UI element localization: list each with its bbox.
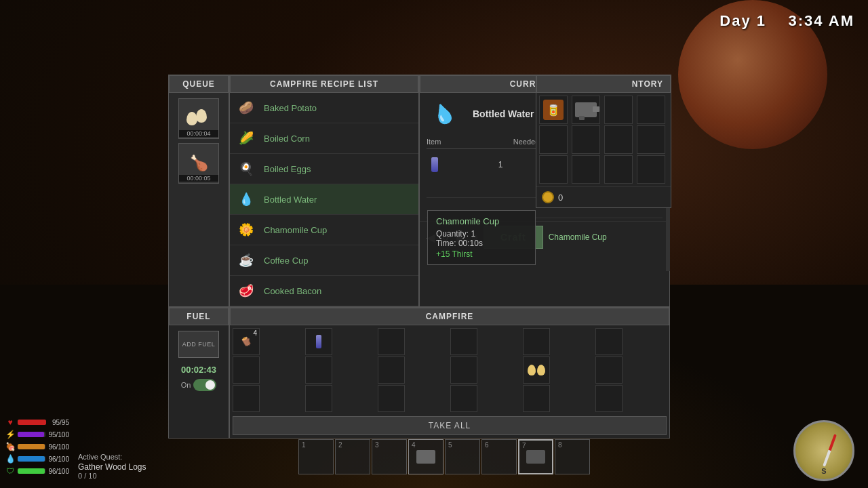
inv-slot-0[interactable]: 🥫 xyxy=(539,96,568,124)
inventory-grid: 🥫 xyxy=(536,93,671,186)
stamina-value: 95/100 xyxy=(48,431,69,439)
fuel-toggle: On xyxy=(181,379,217,391)
recipe-item-bottled-water[interactable]: 💧 Bottled Water xyxy=(230,184,418,215)
inv-slot-2[interactable] xyxy=(604,96,633,124)
hotbar-slot-3[interactable]: 3 xyxy=(372,439,407,474)
twig-icon: 🪵 xyxy=(239,335,253,348)
campfire-slot-9[interactable] xyxy=(450,357,477,384)
hotbar-slot-2[interactable]: 2 xyxy=(335,439,370,474)
inv-slot-8[interactable] xyxy=(539,155,568,184)
hotbar-num-8: 8 xyxy=(558,441,562,449)
campfire-grid: 🪵 4 xyxy=(230,325,669,415)
inv-slot-6[interactable] xyxy=(604,125,633,154)
needle-white xyxy=(823,450,831,467)
recipe-item-coffee-cup[interactable]: ☕ Coffee Cup xyxy=(230,245,418,276)
campfire-slot-14[interactable] xyxy=(378,385,405,412)
take-all-button[interactable]: TAKE ALL xyxy=(233,416,667,435)
recipe-name-corn: Boiled Corn xyxy=(264,134,310,144)
quest-panel: Active Quest: Gather Wood Logs 0 / 10 xyxy=(78,453,146,480)
campfire-slot-2[interactable] xyxy=(378,328,405,355)
armor-value: 96/100 xyxy=(48,468,69,475)
inv-slot-3[interactable] xyxy=(637,96,665,124)
inventory-panel: NTORY 🥫 0 xyxy=(536,75,671,208)
campfire-panel: CAMPFIRE 🪵 4 xyxy=(229,307,670,439)
hotbar-slot-4[interactable]: 4 xyxy=(408,439,443,474)
recipe-name-water: Bottled Water xyxy=(264,195,317,205)
inv-slot-1[interactable] xyxy=(572,96,600,124)
campfire-slot-7[interactable] xyxy=(305,357,332,384)
current-item-icon: 💧 xyxy=(422,92,465,136)
campfire-slot-17[interactable] xyxy=(595,385,623,412)
current-item-name: Bottled Water xyxy=(467,103,539,125)
add-fuel-button[interactable]: ADD FUEL xyxy=(178,331,219,358)
campfire-slot-13[interactable] xyxy=(305,385,332,412)
hotbar-slot-1[interactable]: 1 xyxy=(298,439,334,474)
queue-item-1[interactable]: 00:00:04 xyxy=(178,98,219,139)
inv-slot-11[interactable] xyxy=(637,155,665,184)
armor-bar-track xyxy=(18,468,45,474)
queue-header: QUEUE xyxy=(169,75,229,93)
recipe-item-boiled-eggs[interactable]: 🍳 Boiled Eggs xyxy=(230,154,418,184)
campfire-slot-1[interactable] xyxy=(305,328,332,355)
vial-icon xyxy=(316,335,321,348)
recipe-name-eggs: Boiled Eggs xyxy=(264,164,311,174)
food-bar-track xyxy=(18,444,45,449)
health-bar-fill xyxy=(18,420,46,425)
recipe-item-baked-potato[interactable]: 🥔 Baked Potato xyxy=(230,93,418,123)
queue-timer-1: 00:00:04 xyxy=(179,130,218,137)
campfire-slot-16[interactable] xyxy=(523,385,550,412)
inv-slot-10[interactable] xyxy=(604,155,633,184)
campfire-slot-0[interactable]: 🪵 4 xyxy=(233,328,260,355)
campfire-slot-5[interactable] xyxy=(595,328,623,355)
food-value: 96/100 xyxy=(48,443,69,451)
hotbar-gun2-icon xyxy=(526,450,545,464)
toggle-label: On xyxy=(181,381,191,389)
campfire-slot-12[interactable] xyxy=(233,385,260,412)
queue-item-2[interactable]: 🍗 00:00:05 xyxy=(178,143,219,184)
gold-coin-icon xyxy=(542,191,554,203)
compass-needle xyxy=(823,434,837,466)
fuel-panel: FUEL ADD FUEL 00:02:43 On xyxy=(168,307,229,439)
campfire-slot-6[interactable] xyxy=(233,357,260,384)
recipe-item-boiled-corn[interactable]: 🌽 Boiled Corn xyxy=(230,123,418,154)
inv-slot-9[interactable] xyxy=(572,155,600,184)
recipe-icon-potato: 🥔 xyxy=(235,97,257,119)
campfire-slot-3[interactable] xyxy=(450,328,477,355)
recipe-icon-water: 💧 xyxy=(235,188,257,210)
campfire-slot-11[interactable] xyxy=(595,357,623,384)
fuel-toggle-switch[interactable] xyxy=(193,379,216,391)
stat-health: ♥ 95/95 xyxy=(5,418,69,427)
fuel-header: FUEL xyxy=(169,308,229,325)
recipe-name-coffee: Coffee Cup xyxy=(264,256,309,266)
hotbar-slot-8[interactable]: 8 xyxy=(555,439,590,474)
inv-slot-5[interactable] xyxy=(572,125,600,154)
toggle-knob xyxy=(205,380,215,390)
recipe-item-chamomile[interactable]: 🌼 Chamomile Cup xyxy=(230,215,418,245)
campfire-slot-10[interactable] xyxy=(523,357,550,384)
slot-egg-1 xyxy=(528,365,536,375)
inv-slot-7[interactable] xyxy=(637,125,665,154)
recipe-name-chamomile: Chamomile Cup xyxy=(264,225,327,235)
compass-direction: S xyxy=(821,467,826,475)
hotbar-slot-7[interactable]: 7 xyxy=(518,439,553,474)
campfire-slot-4[interactable] xyxy=(523,328,550,355)
hotbar-num-5: 5 xyxy=(448,441,452,449)
gold-amount: 0 xyxy=(558,192,563,203)
hotbar-slot-5[interactable]: 5 xyxy=(445,439,480,474)
hotbar-num-1: 1 xyxy=(302,441,306,449)
hotbar-num-3: 3 xyxy=(375,441,379,449)
stamina-icon: ⚡ xyxy=(5,430,15,439)
recipe-icon-coffee: ☕ xyxy=(235,249,257,271)
tooltip-time: Time: 00:10s xyxy=(436,239,527,248)
campfire-slot-8[interactable] xyxy=(378,357,405,384)
needle-red xyxy=(829,434,837,451)
recipe-item-cooked-bacon[interactable]: 🥩 Cooked Bacon xyxy=(230,276,418,306)
campfire-slot-15[interactable] xyxy=(450,385,477,412)
fuel-timer: 00:02:43 xyxy=(181,365,216,375)
tooltip-qty-value: 1 xyxy=(471,229,475,239)
inv-slot-4[interactable] xyxy=(539,125,568,154)
hud-time: Day 1 3:34 AM xyxy=(719,12,854,30)
armor-icon: 🛡 xyxy=(5,466,15,476)
hotbar-slot-6[interactable]: 6 xyxy=(481,439,517,474)
gold-area: 0 xyxy=(536,186,671,207)
